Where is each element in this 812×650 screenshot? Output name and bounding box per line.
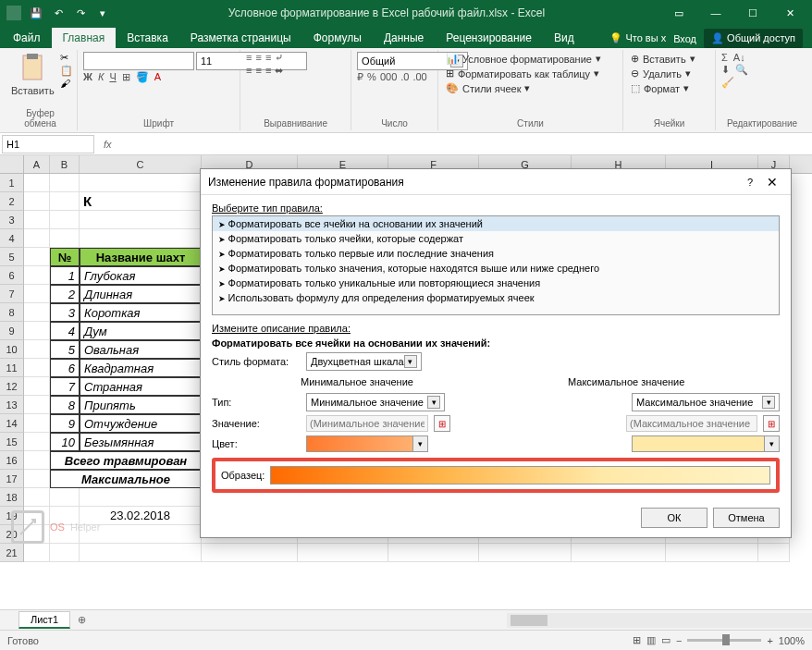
cell[interactable]: [24, 322, 50, 340]
col-header-B[interactable]: B: [50, 155, 80, 173]
row-header[interactable]: 21: [0, 544, 24, 562]
cancel-button[interactable]: Отмена: [713, 508, 780, 528]
select-all-corner[interactable]: [0, 155, 24, 173]
new-sheet-button[interactable]: ⊕: [70, 614, 93, 626]
clear-button[interactable]: 🧹: [721, 77, 734, 88]
minimize-button[interactable]: —: [697, 0, 734, 26]
format-style-combo[interactable]: Двухцветная шкала▾: [306, 352, 422, 371]
close-button[interactable]: ✕: [771, 0, 808, 26]
cell[interactable]: [388, 544, 479, 562]
cell[interactable]: [80, 229, 202, 248]
cell[interactable]: Странная: [80, 377, 202, 396]
ribbon-options[interactable]: ▭: [660, 0, 697, 26]
cell[interactable]: [24, 377, 50, 396]
format-painter-icon[interactable]: 🖌: [60, 78, 73, 89]
tell-me[interactable]: 💡 Что вы х: [609, 32, 666, 44]
save-button[interactable]: 💾: [26, 3, 46, 23]
cell[interactable]: [24, 174, 50, 192]
col-header-C[interactable]: C: [80, 155, 202, 173]
tab-view[interactable]: Вид: [543, 28, 585, 48]
comma-button[interactable]: 000: [380, 71, 397, 83]
zoom-level[interactable]: 100%: [779, 635, 805, 646]
row-header[interactable]: 8: [0, 303, 24, 322]
view-page[interactable]: ▥: [646, 634, 656, 646]
min-color-picker[interactable]: ▾: [306, 435, 428, 452]
ok-button[interactable]: ОК: [641, 508, 707, 528]
cell[interactable]: Безымянная: [80, 433, 202, 451]
cut-icon[interactable]: ✂: [60, 52, 73, 64]
delete-cells[interactable]: ⊖ Удалить ▾: [629, 67, 693, 80]
row-header[interactable]: 9: [0, 322, 24, 340]
bold-button[interactable]: Ж: [83, 71, 92, 83]
row-header[interactable]: 6: [0, 266, 24, 285]
cell[interactable]: Глубокая: [80, 266, 202, 285]
row-header[interactable]: 10: [0, 340, 24, 359]
cell[interactable]: [479, 544, 572, 562]
cell[interactable]: Дум: [80, 322, 202, 340]
cell[interactable]: [50, 488, 80, 507]
zoom-in[interactable]: +: [767, 635, 772, 646]
tab-file[interactable]: Файл: [2, 28, 52, 48]
currency-button[interactable]: ₽: [357, 71, 363, 83]
row-header[interactable]: 3: [0, 211, 24, 229]
copy-icon[interactable]: 📋: [60, 65, 73, 77]
signin[interactable]: Вход: [673, 33, 696, 44]
cell[interactable]: [24, 451, 50, 470]
cell[interactable]: [50, 174, 80, 192]
rule-option[interactable]: Форматировать все ячейки на основании их…: [213, 216, 779, 231]
row-header[interactable]: 15: [0, 433, 24, 451]
cell[interactable]: [24, 266, 50, 285]
cell[interactable]: К: [80, 192, 202, 211]
cell[interactable]: 9: [50, 414, 80, 433]
name-box[interactable]: [2, 135, 94, 153]
cell[interactable]: [24, 248, 50, 266]
autosum-button[interactable]: Σ: [721, 52, 728, 63]
cell[interactable]: [202, 544, 298, 562]
cell[interactable]: [24, 470, 50, 488]
min-ref-icon[interactable]: ⊞: [434, 415, 450, 432]
rule-option[interactable]: Форматировать только ячейки, которые сод…: [213, 231, 779, 246]
merge-button[interactable]: ⬌: [275, 65, 283, 77]
cell[interactable]: [80, 211, 202, 229]
cell[interactable]: Название шахт: [80, 248, 202, 266]
row-header[interactable]: 5: [0, 248, 24, 266]
cell[interactable]: 8: [50, 396, 80, 414]
rule-option[interactable]: Форматировать только первые или последни…: [213, 246, 779, 261]
tab-formulas[interactable]: Формулы: [302, 28, 373, 48]
cell[interactable]: 1: [50, 266, 80, 285]
percent-button[interactable]: %: [367, 71, 376, 83]
cell[interactable]: 6: [50, 359, 80, 377]
max-ref-icon[interactable]: ⊞: [763, 415, 780, 432]
tab-review[interactable]: Рецензирование: [435, 28, 543, 48]
sheet-tab-1[interactable]: Лист1: [18, 611, 70, 629]
cell[interactable]: [80, 488, 202, 507]
tab-data[interactable]: Данные: [373, 28, 435, 48]
cell[interactable]: [50, 192, 80, 211]
cell[interactable]: [24, 544, 50, 562]
cell[interactable]: [24, 414, 50, 433]
insert-cells[interactable]: ⊕ Вставить ▾: [629, 52, 697, 66]
row-header[interactable]: 16: [0, 451, 24, 470]
border-button[interactable]: ⊞: [122, 71, 130, 83]
cell[interactable]: [572, 544, 666, 562]
cell[interactable]: [24, 229, 50, 248]
hscrollbar[interactable]: [507, 613, 812, 628]
cell[interactable]: Длинная: [80, 285, 202, 303]
cell[interactable]: [24, 192, 50, 211]
cell[interactable]: [24, 433, 50, 451]
paste-button[interactable]: Вставить: [9, 52, 56, 98]
cell[interactable]: 10: [50, 433, 80, 451]
cell[interactable]: Квадратная: [80, 359, 202, 377]
share-button[interactable]: 👤 Общий доступ: [704, 29, 803, 48]
cell[interactable]: Максимальное: [50, 470, 202, 488]
rule-option[interactable]: Использовать формулу для определения фор…: [213, 290, 779, 305]
cell[interactable]: [24, 211, 50, 229]
max-color-picker[interactable]: ▾: [632, 435, 780, 452]
tab-home[interactable]: Главная: [52, 28, 117, 48]
cell[interactable]: [24, 340, 50, 359]
align-right[interactable]: ≡: [265, 65, 271, 77]
undo-button[interactable]: ↶: [48, 3, 68, 23]
cell[interactable]: [50, 544, 80, 562]
cell-styles[interactable]: 🎨 Стили ячеек ▾: [444, 81, 532, 95]
cell[interactable]: 7: [50, 377, 80, 396]
